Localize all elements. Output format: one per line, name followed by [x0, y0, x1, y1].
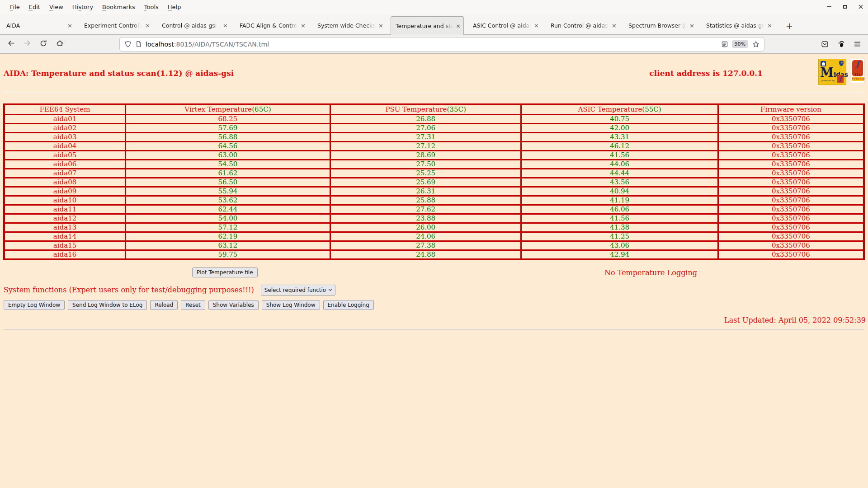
cell-virtex: 62.19 [126, 232, 330, 241]
gnome-foot-icon[interactable] [835, 38, 847, 51]
zoom-reset-button[interactable]: 90% [732, 40, 748, 48]
new-tab-button[interactable]: + [786, 22, 793, 30]
close-button[interactable]: × [856, 2, 865, 11]
menu-view[interactable]: View [45, 4, 68, 10]
reload-button[interactable] [36, 37, 51, 52]
cell-firmware: 0x3350706 [718, 196, 864, 205]
cell-virtex: 54.50 [126, 160, 330, 169]
tab-spectrum-browser[interactable]: Spectrum Browser @× [624, 16, 697, 34]
cell-psu: 27.38 [330, 241, 521, 250]
enable-logging-button[interactable]: Enable Logging [323, 300, 374, 310]
cell-asic: 46.06 [521, 205, 718, 214]
cell-virtex: 61.62 [126, 169, 330, 178]
back-button[interactable] [4, 37, 18, 52]
tab-close-icon[interactable]: × [689, 23, 694, 28]
tab-run-control-aidas[interactable]: Run Control @ aidas-× [546, 16, 619, 34]
table-row: aida0856.5025.6943.560x3350706 [4, 178, 864, 187]
show-log-window-button[interactable]: Show Log Window [262, 300, 320, 310]
cell-psu: 24.88 [330, 250, 521, 259]
cell-virtex: 63.12 [126, 241, 330, 250]
tab-system-wide-checks[interactable]: System wide Checks (× [313, 16, 386, 34]
menu-help[interactable]: Help [163, 4, 186, 10]
cell-system: aida03 [4, 132, 126, 141]
menu-hamburger-icon[interactable] [851, 38, 863, 51]
menu-edit[interactable]: Edit [24, 4, 45, 10]
tab-close-icon[interactable]: × [534, 23, 539, 28]
divider-top [4, 92, 864, 93]
tab-label: Experiment Control @ [84, 22, 143, 29]
minimize-button[interactable] [825, 2, 834, 11]
cell-system: aida05 [4, 150, 126, 160]
tab-experiment-control[interactable]: Experiment Control @× [80, 16, 153, 34]
page-proxy-icon[interactable] [135, 41, 142, 47]
show-variables-button[interactable]: Show Variables [208, 300, 259, 310]
tab-asic-control-aidas[interactable]: ASIC Control @ aidas× [468, 16, 542, 34]
tab-aida[interactable]: AIDA× [2, 16, 75, 34]
bookmark-star-icon[interactable] [752, 41, 760, 48]
empty-log-window-button[interactable]: Empty Log Window [4, 300, 65, 310]
cell-system: aida10 [4, 196, 126, 205]
cell-asic: 41.56 [521, 214, 718, 223]
menu-history[interactable]: History [68, 4, 98, 10]
temperature-table-body: aida0168.2526.8840.750x3350706aida0257.6… [4, 114, 864, 259]
tab-close-icon[interactable]: × [67, 23, 72, 28]
tab-close-icon[interactable]: × [378, 23, 383, 28]
tab-control-aidas-gsi[interactable]: Control @ aidas-gsi× [157, 16, 231, 34]
tab-close-icon[interactable]: × [612, 23, 617, 28]
table-row: aida1254.0023.8841.560x3350706 [4, 214, 864, 223]
send-log-window-to-elog-button[interactable]: Send Log Window to ELog [68, 300, 147, 310]
table-header-row: FEE64 SystemVirtex Temperature(65C)PSU T… [4, 104, 864, 114]
tab-fadc-align-contro[interactable]: FADC Align & Contro× [235, 16, 308, 34]
pocket-icon[interactable] [818, 38, 831, 51]
shield-icon[interactable] [124, 41, 132, 48]
plot-temperature-file-button[interactable]: Plot Temperature file [192, 267, 258, 277]
cell-psu: 26.00 [330, 223, 521, 232]
tcl-powered-logo[interactable]: ƒ TCL POWERED [851, 59, 864, 83]
forward-button[interactable] [20, 37, 34, 52]
midas-tcl-feather-icon: ƒ [837, 75, 844, 83]
back-icon [7, 39, 15, 49]
cell-firmware: 0x3350706 [718, 205, 864, 214]
tcl-feather-glyph: ƒ [856, 60, 859, 68]
menu-file[interactable]: File [5, 4, 24, 10]
cell-firmware: 0x3350706 [718, 250, 864, 259]
cell-virtex: 68.25 [126, 114, 330, 123]
column-header-psu-temperature: PSU Temperature(35C) [330, 104, 521, 114]
cell-asic: 43.31 [521, 132, 718, 141]
tab-close-icon[interactable]: × [301, 23, 306, 28]
tab-close-icon[interactable]: × [145, 23, 150, 28]
cell-system: aida14 [4, 232, 126, 241]
tab-close-icon[interactable]: × [223, 23, 228, 28]
column-header-virtex-temperature: Virtex Temperature(65C) [126, 104, 330, 114]
url-bar[interactable]: localhost:8015/AIDA/TSCAN/TSCAN.tml 90% [120, 38, 764, 51]
function-select[interactable]: Select required function [261, 285, 335, 296]
tab-temperature-and-stat[interactable]: Temperature and stat× [391, 16, 464, 35]
tab-statistics-aidas-gsi[interactable]: Statistics @ aidas-gsi× [702, 16, 775, 34]
tab-bar: AIDA×Experiment Control @×Control @ aida… [0, 14, 868, 35]
reader-mode-icon[interactable] [721, 41, 728, 48]
tab-close-icon[interactable]: × [767, 23, 772, 28]
midas-logo[interactable]: Midas powered by ƒ [818, 59, 846, 85]
tab-label: Spectrum Browser @ [628, 22, 688, 29]
table-row: aida0761.6225.2544.440x3350706 [4, 169, 864, 178]
cell-virtex: 62.44 [126, 205, 330, 214]
menu-bookmarks[interactable]: Bookmarks [98, 4, 140, 10]
reset-button[interactable]: Reset [181, 300, 205, 310]
cell-asic: 41.56 [521, 150, 718, 160]
page-content: AIDA: Temperature and status scan(1.12) … [0, 54, 868, 488]
table-row: aida0563.0028.6941.560x3350706 [4, 150, 864, 160]
tab-close-icon[interactable]: × [456, 23, 461, 29]
table-row: aida0168.2526.8840.750x3350706 [4, 114, 864, 123]
cell-asic: 44.06 [521, 160, 718, 169]
cell-system: aida06 [4, 160, 126, 169]
cell-psu: 25.25 [330, 169, 521, 178]
url-host: localhost [146, 41, 174, 48]
home-button[interactable] [52, 37, 67, 52]
menu-tools[interactable]: Tools [140, 4, 163, 10]
client-address: client address is 127.0.0.1 [649, 69, 763, 78]
cell-virtex: 57.69 [126, 123, 330, 132]
maximize-button[interactable] [840, 2, 849, 11]
reload-button[interactable]: Reload [150, 300, 178, 310]
cell-asic: 41.38 [521, 223, 718, 232]
cell-asic: 42.94 [521, 250, 718, 259]
